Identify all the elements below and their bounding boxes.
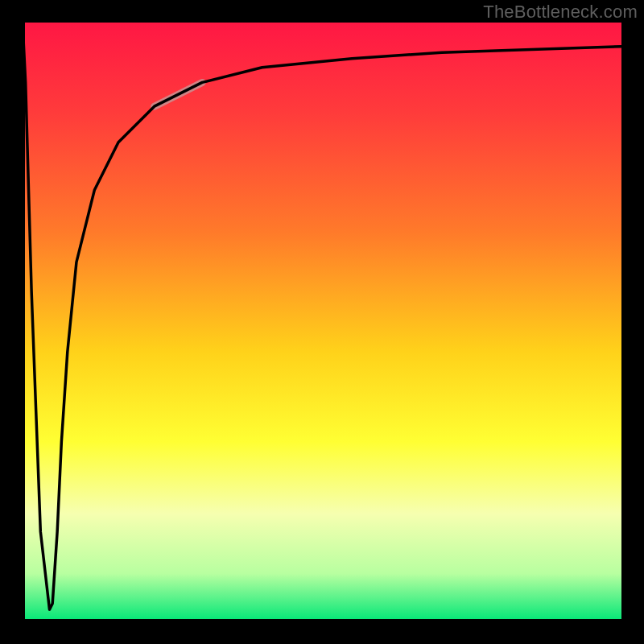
gradient-background <box>23 23 621 621</box>
watermark-text: TheBottleneck.com <box>483 2 638 23</box>
chart-svg <box>23 23 621 621</box>
y-axis <box>23 23 25 621</box>
plot-area <box>23 23 621 621</box>
chart-frame: TheBottleneck.com <box>0 0 644 644</box>
x-axis <box>23 619 621 621</box>
